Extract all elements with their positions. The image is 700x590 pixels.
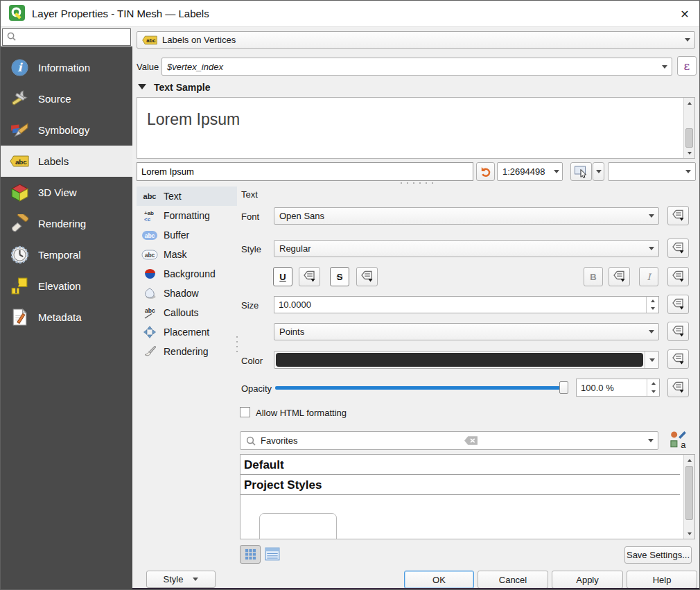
tab-buffer[interactable]: abc Buffer — [137, 225, 237, 245]
opacity-slider-handle[interactable] — [559, 381, 568, 394]
text-group-label: Text — [241, 189, 258, 200]
scroll-thumb[interactable] — [685, 466, 693, 520]
svg-text:abc: abc — [145, 232, 155, 239]
collapse-arrow-icon[interactable] — [138, 84, 146, 89]
sidebar-item-label: Information — [38, 62, 90, 73]
size-spinbox[interactable]: 10.0000 — [274, 296, 659, 313]
sidebar-item-metadata[interactable]: Metadata — [1, 302, 132, 333]
color-menu-arrow[interactable] — [645, 352, 658, 368]
font-style-select[interactable]: Regular — [274, 240, 659, 257]
italic-override-button[interactable] — [667, 267, 689, 286]
sample-preview-scrollbar[interactable] — [683, 98, 694, 158]
spin-up-icon[interactable] — [647, 379, 659, 388]
font-override-button[interactable] — [667, 206, 689, 225]
reset-sample-button[interactable] — [476, 162, 495, 181]
expression-builder-button[interactable]: ε — [677, 56, 697, 76]
horizontal-splitter-handle[interactable] — [401, 182, 433, 184]
cancel-button[interactable]: Cancel — [478, 571, 548, 589]
styles-list-scrollbar[interactable] — [683, 455, 694, 539]
cube-3d-icon — [10, 183, 29, 202]
allow-html-checkbox[interactable] — [240, 407, 250, 417]
clear-filter-icon[interactable] — [464, 435, 478, 446]
color-swatch[interactable] — [276, 353, 643, 367]
strikethrough-button[interactable]: S — [330, 267, 349, 286]
opacity-spinbox[interactable]: 100.0 % — [576, 379, 660, 397]
tab-placement[interactable]: Placement — [137, 322, 237, 342]
spin-down-icon[interactable] — [647, 388, 659, 396]
map-scale-menu-button[interactable] — [593, 162, 604, 181]
style-filter-combo[interactable]: Favorites — [240, 431, 658, 450]
grid-view-button[interactable] — [240, 545, 261, 564]
apply-button[interactable]: Apply — [552, 571, 623, 589]
value-label: Value — [137, 62, 159, 72]
spin-down-icon[interactable] — [647, 305, 658, 313]
scroll-down-icon[interactable] — [684, 148, 694, 158]
opacity-override-button[interactable] — [667, 378, 689, 397]
sidebar-item-label: 3D View — [38, 186, 77, 198]
size-unit-override-button[interactable] — [667, 322, 689, 341]
svg-text:abc: abc — [145, 307, 155, 314]
save-settings-button[interactable]: Save Settings... — [624, 546, 692, 564]
style-manager-button[interactable]: a — [669, 431, 687, 451]
properties-search-input[interactable] — [19, 33, 130, 42]
svg-text:abc: abc — [146, 37, 156, 44]
underline-button[interactable]: U — [273, 267, 292, 286]
tab-shadow[interactable]: Shadow — [137, 284, 237, 303]
scroll-up-icon[interactable] — [684, 98, 694, 108]
styles-section-project[interactable]: Project Styles — [240, 475, 680, 495]
scroll-down-icon[interactable] — [684, 528, 694, 539]
tab-formatting[interactable]: +ab<c Formatting — [137, 206, 237, 225]
style-preview-card[interactable] — [259, 513, 337, 539]
font-label: Font — [241, 211, 259, 222]
opacity-slider-track[interactable] — [275, 386, 568, 390]
sidebar-item-symbology[interactable]: Symbology — [1, 114, 132, 146]
tab-label: Formatting — [164, 210, 210, 221]
tab-text[interactable]: abc Text — [137, 186, 237, 206]
labeling-mode-select[interactable]: abc Labels on Vertices — [137, 31, 695, 49]
sidebar-item-labels[interactable]: abc Labels — [1, 146, 132, 177]
list-view-button[interactable] — [265, 547, 280, 563]
bold-override-button[interactable] — [609, 267, 630, 286]
tab-mask[interactable]: abc Mask — [137, 245, 237, 264]
symbology-icon — [10, 121, 29, 139]
svg-text:abc: abc — [15, 158, 27, 166]
italic-button[interactable]: I — [639, 267, 658, 286]
set-to-map-scale-button[interactable] — [570, 162, 592, 181]
spin-up-icon[interactable] — [647, 297, 658, 305]
svg-text:abc: abc — [143, 192, 157, 200]
styles-section-default[interactable]: Default — [240, 455, 680, 475]
font-select[interactable]: Open Sans — [274, 207, 659, 225]
scroll-up-icon[interactable] — [684, 455, 694, 465]
sample-background-combo[interactable] — [608, 162, 696, 181]
color-override-button[interactable] — [667, 349, 689, 369]
sidebar-item-information[interactable]: i Information — [1, 52, 132, 83]
help-button[interactable]: Help — [627, 571, 697, 589]
tab-background[interactable]: Background — [137, 264, 237, 284]
size-override-button[interactable] — [667, 295, 689, 314]
value-expression-combo[interactable]: $vertex_index — [161, 58, 672, 76]
strikethrough-override-button[interactable] — [356, 267, 378, 286]
size-unit-select[interactable]: Points — [274, 323, 659, 340]
ok-button[interactable]: OK — [404, 571, 474, 589]
sample-text-input[interactable] — [141, 166, 473, 177]
sidebar-item-3d-view[interactable]: 3D View — [1, 177, 132, 208]
style-menu-button[interactable]: Style — [146, 571, 216, 588]
sidebar-item-temporal[interactable]: Temporal — [1, 239, 132, 270]
clock-icon — [10, 245, 29, 264]
tab-rendering[interactable]: Rendering — [137, 342, 237, 361]
sidebar-item-elevation[interactable]: Elevation — [1, 270, 132, 302]
sample-scale-combo[interactable]: 1:2694498 — [497, 162, 563, 181]
text-tab-icon: abc — [141, 191, 158, 201]
close-button[interactable]: ✕ — [669, 1, 700, 27]
chevron-down-icon — [550, 163, 562, 180]
sidebar-item-rendering[interactable]: Rendering — [1, 208, 132, 239]
underline-override-button[interactable] — [299, 267, 320, 286]
search-icon — [245, 435, 256, 446]
font-style-override-button[interactable] — [667, 238, 689, 258]
sidebar-item-source[interactable]: Source — [1, 83, 132, 114]
size-value: 10.0000 — [279, 300, 311, 310]
sidebar-item-label: Source — [38, 93, 71, 105]
tab-callouts[interactable]: abc Callouts — [137, 303, 237, 322]
bold-button[interactable]: B — [584, 267, 603, 286]
scroll-thumb[interactable] — [685, 128, 693, 148]
